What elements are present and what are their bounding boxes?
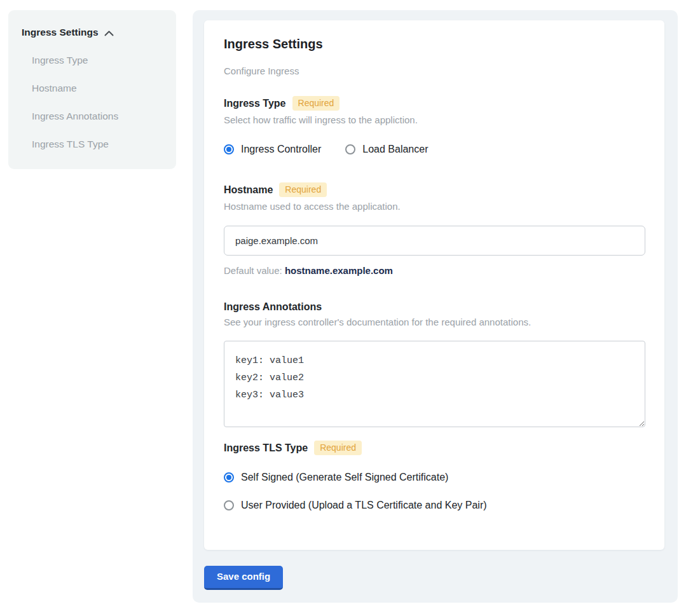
hostname-input[interactable] [224, 226, 645, 256]
ingress-type-section: Ingress Type Required Select how traffic… [224, 96, 645, 155]
radio-unselected-icon[interactable] [345, 144, 355, 154]
radio-ingress-controller-label: Ingress Controller [241, 144, 321, 155]
hostname-label: Hostname [224, 184, 273, 196]
sidebar-item-hostname[interactable]: Hostname [22, 83, 163, 94]
ingress-type-label: Ingress Type [224, 98, 286, 109]
radio-load-balancer-label: Load Balancer [362, 144, 428, 155]
annotations-description: See your ingress controller's documentat… [224, 317, 645, 327]
tls-type-section: Ingress TLS Type Required Self Signed (G… [224, 441, 645, 511]
radio-selected-icon[interactable] [224, 144, 234, 154]
settings-sidebar: Ingress Settings Ingress Type Hostname I… [8, 10, 176, 169]
annotations-label: Ingress Annotations [224, 301, 322, 313]
ingress-settings-card: Ingress Settings Configure Ingress Ingre… [204, 20, 664, 550]
required-badge: Required [279, 182, 327, 197]
page-subtitle: Configure Ingress [224, 65, 645, 76]
hostname-default-value: hostname.example.com [285, 265, 393, 276]
sidebar-item-ingress-annotations[interactable]: Ingress Annotations [22, 111, 163, 122]
required-badge: Required [292, 96, 340, 111]
sidebar-nav: Ingress Type Hostname Ingress Annotation… [22, 55, 163, 150]
tls-type-label: Ingress TLS Type [224, 442, 308, 454]
hostname-default-hint: Default value: hostname.example.com [224, 265, 645, 276]
sidebar-item-ingress-tls-type[interactable]: Ingress TLS Type [22, 139, 163, 150]
save-config-button[interactable]: Save config [204, 566, 283, 590]
ingress-type-radio-group: Ingress Controller Load Balancer [224, 144, 645, 155]
radio-ingress-controller[interactable]: Ingress Controller [224, 144, 321, 155]
radio-selected-icon[interactable] [224, 472, 234, 483]
ingress-type-description: Select how traffic will ingress to the a… [224, 114, 645, 125]
hostname-description: Hostname used to access the application. [224, 201, 645, 212]
sidebar-section-toggle[interactable]: Ingress Settings [22, 27, 163, 38]
radio-user-provided[interactable]: User Provided (Upload a TLS Certificate … [224, 500, 645, 511]
radio-self-signed-label: Self Signed (Generate Self Signed Certif… [241, 472, 448, 483]
tls-type-radio-group: Self Signed (Generate Self Signed Certif… [224, 472, 645, 511]
annotations-textarea[interactable]: key1: value1 key2: value2 key3: value3 [224, 341, 645, 427]
annotations-section: Ingress Annotations See your ingress con… [224, 301, 645, 427]
radio-user-provided-label: User Provided (Upload a TLS Certificate … [241, 500, 487, 511]
radio-load-balancer[interactable]: Load Balancer [345, 144, 428, 155]
hostname-section: Hostname Required Hostname used to acces… [224, 182, 645, 276]
hostname-default-prefix: Default value: [224, 265, 285, 276]
required-badge: Required [314, 441, 362, 455]
ingress-settings-panel: Ingress Settings Configure Ingress Ingre… [193, 10, 678, 603]
page-title: Ingress Settings [224, 37, 645, 51]
chevron-up-icon [104, 31, 114, 36]
radio-unselected-icon[interactable] [224, 500, 234, 510]
radio-self-signed[interactable]: Self Signed (Generate Self Signed Certif… [224, 472, 645, 483]
sidebar-item-ingress-type[interactable]: Ingress Type [22, 55, 163, 66]
sidebar-section-title: Ingress Settings [22, 27, 99, 38]
